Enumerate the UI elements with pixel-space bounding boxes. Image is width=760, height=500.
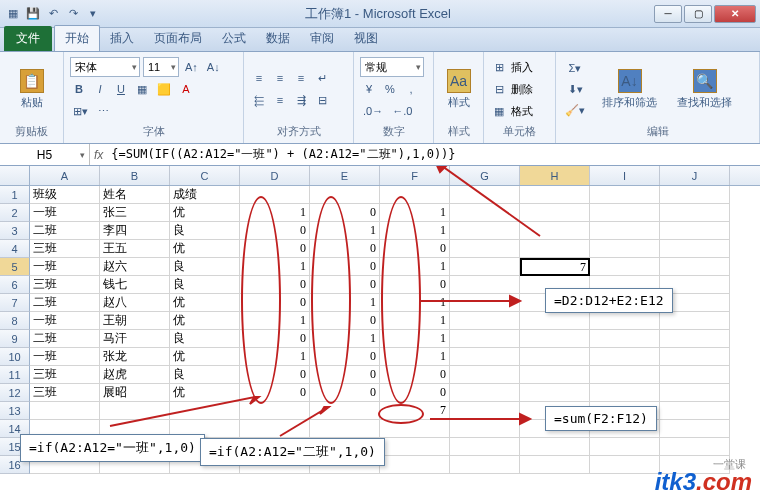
row-head[interactable]: 9 <box>0 330 30 348</box>
cell[interactable]: 优 <box>170 240 240 258</box>
cell[interactable] <box>590 456 660 474</box>
font-name-combo[interactable]: 宋体 <box>70 57 140 77</box>
cell[interactable]: 良 <box>170 330 240 348</box>
cell[interactable] <box>240 186 310 204</box>
row-head[interactable]: 1 <box>0 186 30 204</box>
autosum-icon[interactable]: Σ▾ <box>562 58 588 78</box>
close-button[interactable]: ✕ <box>714 5 756 23</box>
col-head-c[interactable]: C <box>170 166 240 185</box>
qat-more-icon[interactable]: ▾ <box>84 5 102 23</box>
dec-decimal-icon[interactable]: ←.0 <box>389 101 415 121</box>
cell[interactable] <box>590 366 660 384</box>
cell[interactable] <box>520 438 590 456</box>
cell[interactable]: 一班 <box>30 204 100 222</box>
cell[interactable] <box>660 222 730 240</box>
cell[interactable] <box>520 312 590 330</box>
row-head[interactable]: 7 <box>0 294 30 312</box>
cell[interactable]: 三班 <box>30 366 100 384</box>
tab-formula[interactable]: 公式 <box>212 26 256 51</box>
cell[interactable] <box>450 348 520 366</box>
col-head-d[interactable]: D <box>240 166 310 185</box>
border-more-icon[interactable]: ⊞▾ <box>70 101 91 121</box>
tab-view[interactable]: 视图 <box>344 26 388 51</box>
cell[interactable] <box>660 312 730 330</box>
tab-data[interactable]: 数据 <box>256 26 300 51</box>
row-head[interactable]: 3 <box>0 222 30 240</box>
cell[interactable] <box>450 456 520 474</box>
cell[interactable] <box>590 330 660 348</box>
more-font-icon[interactable]: ⋯ <box>94 101 112 121</box>
row-head[interactable]: 10 <box>0 348 30 366</box>
row-head[interactable]: 6 <box>0 276 30 294</box>
increase-font-icon[interactable]: A↑ <box>182 57 201 77</box>
row-head[interactable]: 13 <box>0 402 30 420</box>
align-right-icon[interactable]: ⇶ <box>292 90 310 110</box>
cell[interactable] <box>520 348 590 366</box>
cell[interactable]: 马汗 <box>100 330 170 348</box>
row-head[interactable]: 5 <box>0 258 30 276</box>
col-head-i[interactable]: I <box>590 166 660 185</box>
cell[interactable] <box>520 384 590 402</box>
cell[interactable] <box>660 348 730 366</box>
cell[interactable] <box>660 204 730 222</box>
row-head[interactable]: 8 <box>0 312 30 330</box>
cell[interactable]: 赵八 <box>100 294 170 312</box>
cell[interactable]: 优 <box>170 294 240 312</box>
row-head[interactable]: 11 <box>0 366 30 384</box>
cell[interactable]: 李四 <box>100 222 170 240</box>
cell[interactable] <box>660 258 730 276</box>
formula-input[interactable] <box>107 148 756 162</box>
cell[interactable]: 良 <box>170 222 240 240</box>
underline-button[interactable]: U <box>112 79 130 99</box>
styles-button[interactable]: Aa样式 <box>440 65 477 114</box>
cell[interactable]: 赵六 <box>100 258 170 276</box>
cell[interactable]: 一班 <box>30 348 100 366</box>
cell[interactable]: 优 <box>170 204 240 222</box>
italic-button[interactable]: I <box>91 79 109 99</box>
cell[interactable] <box>660 438 730 456</box>
cell[interactable]: 7 <box>520 258 590 276</box>
cell[interactable]: 三班 <box>30 240 100 258</box>
cell[interactable] <box>590 312 660 330</box>
cell[interactable] <box>590 384 660 402</box>
cell[interactable]: 钱七 <box>100 276 170 294</box>
align-center-icon[interactable]: ≡ <box>271 90 289 110</box>
tab-review[interactable]: 审阅 <box>300 26 344 51</box>
sort-filter-button[interactable]: A↓排序和筛选 <box>596 65 663 114</box>
cell[interactable]: 张三 <box>100 204 170 222</box>
cell[interactable]: 赵虎 <box>100 366 170 384</box>
clear-icon[interactable]: 🧹▾ <box>562 100 588 120</box>
cell[interactable] <box>590 438 660 456</box>
percent-icon[interactable]: % <box>381 79 399 99</box>
cell[interactable]: 一班 <box>30 312 100 330</box>
cell[interactable]: 二班 <box>30 294 100 312</box>
align-bot-icon[interactable]: ≡ <box>292 68 310 88</box>
currency-icon[interactable]: ¥ <box>360 79 378 99</box>
cell[interactable] <box>450 258 520 276</box>
cell[interactable] <box>660 240 730 258</box>
cell[interactable] <box>660 384 730 402</box>
cell[interactable]: 良 <box>170 258 240 276</box>
cell[interactable] <box>450 366 520 384</box>
format-cells-button[interactable]: ▦ <box>490 101 508 121</box>
merge-icon[interactable]: ⊟ <box>313 90 331 110</box>
tab-insert[interactable]: 插入 <box>100 26 144 51</box>
decrease-font-icon[interactable]: A↓ <box>204 57 223 77</box>
row-head[interactable]: 4 <box>0 240 30 258</box>
cell[interactable]: 良 <box>170 276 240 294</box>
cell[interactable] <box>590 204 660 222</box>
cell[interactable]: 王五 <box>100 240 170 258</box>
cell[interactable]: 三班 <box>30 384 100 402</box>
cell[interactable]: 姓名 <box>100 186 170 204</box>
cell[interactable]: 三班 <box>30 276 100 294</box>
cell[interactable] <box>590 348 660 366</box>
tab-file[interactable]: 文件 <box>4 26 52 51</box>
fill-down-icon[interactable]: ⬇▾ <box>562 79 588 99</box>
bold-button[interactable]: B <box>70 79 88 99</box>
cell[interactable] <box>450 384 520 402</box>
fx-icon[interactable]: fx <box>94 148 103 162</box>
row-head[interactable]: 2 <box>0 204 30 222</box>
cell[interactable]: 优 <box>170 348 240 366</box>
cell[interactable] <box>590 186 660 204</box>
save-icon[interactable]: 💾 <box>24 5 42 23</box>
